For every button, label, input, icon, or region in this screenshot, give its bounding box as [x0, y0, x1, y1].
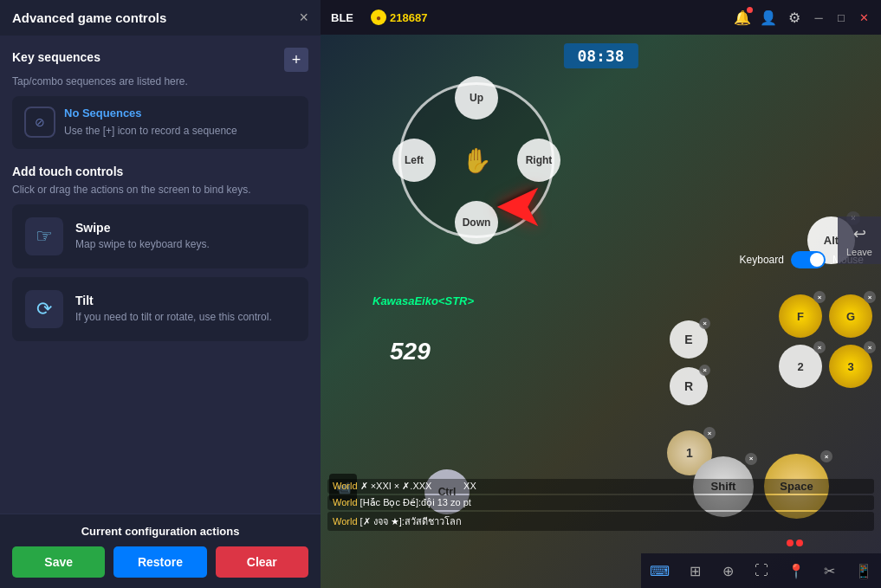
dpad-down-button[interactable]: Down	[455, 201, 498, 244]
arrow-indicator: ➤	[494, 173, 545, 244]
chat-content-3: [✗ งจจ ★]:สวัสดีชาวโลก	[360, 516, 462, 527]
g-close-icon[interactable]: ×	[864, 291, 876, 303]
phone-toolbar-icon[interactable]: 📱	[855, 559, 872, 582]
f-button[interactable]: F ×	[779, 294, 822, 338]
profile-icon[interactable]: 👤	[760, 9, 777, 26]
notification-icon[interactable]: 🔔	[734, 9, 751, 26]
chat-area: World ✗ ×XXI × ✗.XXX XX World [Hắc Bọc Đ…	[321, 475, 881, 536]
space-close-icon[interactable]: ×	[820, 450, 832, 462]
chat-line-1: World ✗ ×XXI × ✗.XXX XX	[327, 479, 874, 494]
touch-controls-desc: Click or drag the actions on the screen …	[12, 184, 308, 196]
coin-icon: ●	[371, 10, 386, 25]
f-close-icon[interactable]: ×	[813, 291, 826, 303]
panel-close-button[interactable]: ×	[299, 9, 308, 27]
section-header-row: Key sequences +	[12, 48, 308, 72]
no-sequences-text: No Sequences Use the [+] icon to record …	[64, 107, 237, 139]
sequence-icon-glyph: ⊘	[35, 115, 45, 129]
swipe-card-text: Swipe Map swipe to keyboard keys.	[75, 221, 210, 252]
sequence-icon: ⊘	[24, 107, 55, 138]
action-buttons-row: Save Restore Clear	[12, 546, 308, 578]
window-close-button[interactable]: ✕	[857, 10, 871, 24]
f-label: F	[797, 310, 804, 323]
dpad-left-button[interactable]: Left	[392, 139, 436, 182]
g-label: G	[846, 310, 855, 323]
red-dot-1	[787, 540, 794, 546]
swipe-card[interactable]: ☞ Swipe Map swipe to keyboard keys.	[12, 204, 308, 268]
chat-world-3: World	[333, 516, 358, 527]
g-button[interactable]: G ×	[829, 294, 872, 338]
minimize-button[interactable]: ─	[812, 10, 826, 24]
layout-toolbar-icon[interactable]: ⊞	[687, 559, 703, 582]
game-timer: 08:38	[563, 43, 638, 68]
leave-icon: ↩	[853, 224, 866, 243]
alt-label: Alt	[824, 234, 839, 247]
3-close-icon[interactable]: ×	[864, 341, 876, 353]
settings-icon[interactable]: ⚙	[786, 9, 803, 26]
save-button[interactable]: Save	[12, 546, 105, 578]
swipe-icon: ☞	[25, 217, 63, 255]
red-dots	[787, 540, 803, 546]
chat-content-2: [Hắc Bọc Đề]:đội 13 zo pt	[360, 497, 471, 507]
panel-content: Key sequences + Tap/combo sequences are …	[0, 36, 321, 514]
1-close-icon[interactable]: ×	[703, 427, 716, 439]
key-sequences-title: Key sequences	[12, 50, 100, 64]
crosshair-toolbar-icon[interactable]: ⊕	[721, 559, 737, 582]
coin-amount: 218687	[390, 11, 427, 24]
touch-controls-section: Add touch controls Click or drag the act…	[12, 165, 308, 341]
keyboard-toolbar-icon[interactable]: ⌨	[650, 559, 670, 582]
swipe-title: Swipe	[75, 221, 210, 235]
tilt-card-text: Tilt If you need to tilt or rotate, use …	[75, 294, 272, 325]
config-actions-section: Current configuration actions Save Resto…	[0, 514, 321, 588]
tilt-desc: If you need to tilt or rotate, use this …	[75, 310, 272, 325]
app-bar-icons: 🔔 👤 ⚙ ─ □ ✕	[734, 9, 871, 26]
add-sequence-button[interactable]: +	[284, 48, 308, 72]
chat-line-3: World [✗ งจจ ★]:สวัสดีชาวโลก	[327, 512, 874, 531]
game-area: 08:38 Up Down Left Right ✋ ➤ Alt × Keybo…	[321, 35, 881, 588]
chat-world-2: World	[333, 497, 358, 507]
keyboard-label: Keyboard	[740, 254, 784, 266]
panel-header: Advanced game controls ×	[0, 0, 321, 36]
r-button[interactable]: R ×	[670, 367, 708, 405]
chat-line-2: World [Hắc Bọc Đề]:đội 13 zo pt	[327, 495, 874, 510]
e-close-icon[interactable]: ×	[699, 318, 710, 329]
config-section-title: Current configuration actions	[12, 525, 308, 538]
toggle-switch[interactable]	[791, 251, 826, 268]
tilt-icon-glyph: ⟳	[36, 298, 52, 320]
leave-button[interactable]: ↩ Leave	[838, 216, 881, 264]
player-name: KawasaEiko<STR>	[372, 294, 474, 307]
fg-row: F × G ×	[779, 294, 872, 338]
location-toolbar-icon[interactable]: 📍	[787, 559, 805, 582]
r-label: R	[684, 379, 693, 393]
coin-display: ● 218687	[371, 10, 427, 25]
no-sequences-link[interactable]: No Sequences	[64, 107, 237, 120]
toggle-knob	[810, 253, 824, 267]
game-score: 529	[390, 338, 431, 365]
tilt-card[interactable]: ⟳ Tilt If you need to tilt or rotate, us…	[12, 277, 308, 341]
2-button[interactable]: 2 ×	[779, 345, 822, 388]
fullscreen-toolbar-icon[interactable]: ⛶	[754, 559, 770, 582]
key-sequences-section: Key sequences + Tap/combo sequences are …	[12, 48, 308, 149]
dpad-up-button[interactable]: Up	[455, 76, 498, 120]
e-label: E	[684, 333, 692, 346]
key-sequences-desc: Tap/combo sequences are listed here.	[12, 75, 308, 87]
2-close-icon[interactable]: ×	[813, 341, 826, 353]
touch-controls-title: Add touch controls	[12, 165, 308, 178]
3-button[interactable]: 3 ×	[829, 345, 872, 388]
app-bar: BLE ● 218687 🔔 👤 ⚙ ─ □ ✕	[321, 0, 881, 35]
restore-button[interactable]: Restore	[113, 546, 206, 578]
shift-close-icon[interactable]: ×	[745, 453, 757, 465]
notification-dot	[747, 7, 753, 13]
chat-world-1: World	[333, 481, 358, 491]
scissors-toolbar-icon[interactable]: ✂	[822, 559, 839, 582]
maximize-button[interactable]: □	[834, 10, 848, 24]
panel-title: Advanced game controls	[12, 10, 166, 25]
swipe-desc: Map swipe to keyboard keys.	[75, 237, 210, 252]
1-label: 1	[686, 446, 693, 460]
leave-label: Leave	[846, 247, 872, 257]
r-close-icon[interactable]: ×	[699, 365, 710, 376]
tilt-title: Tilt	[75, 294, 272, 307]
app-title: BLE	[331, 11, 353, 24]
e-button[interactable]: E ×	[670, 320, 708, 359]
clear-button[interactable]: Clear	[216, 546, 308, 578]
no-sequences-description: Use the [+] icon to record a sequence	[64, 125, 237, 137]
